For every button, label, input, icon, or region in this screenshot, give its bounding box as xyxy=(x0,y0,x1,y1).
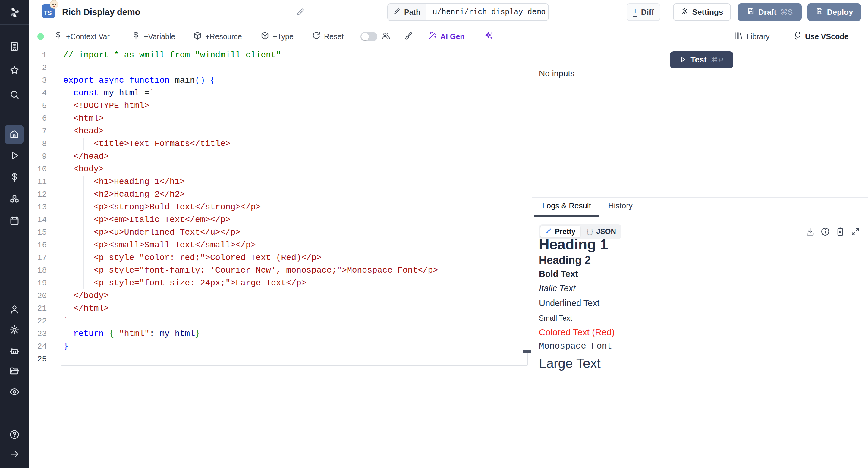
add-type-label: +Type xyxy=(273,32,293,41)
cat-icon xyxy=(793,31,802,42)
ai-gen-label: AI Gen xyxy=(440,32,465,41)
brush-icon xyxy=(404,31,413,42)
download-result-button[interactable] xyxy=(805,227,815,236)
dollar-icon xyxy=(9,172,20,184)
editor-gutter: 1234567891011121314151617181920212223242… xyxy=(29,49,47,365)
sidebar-item-home-active[interactable] xyxy=(4,125,24,144)
cubes-icon xyxy=(9,194,20,206)
sparkles-icon xyxy=(484,31,493,42)
add-variable-button[interactable]: +Variable xyxy=(131,24,175,49)
code-line: <p><strong>Bold Text</strong></p> xyxy=(63,201,438,213)
reset-button[interactable]: Reset xyxy=(312,24,344,49)
sidebar-item-schedules[interactable] xyxy=(0,215,29,228)
rail-divider-top xyxy=(0,24,29,25)
test-button[interactable]: Test ⌘↵ xyxy=(670,51,733,68)
code-line: <p><small>Small Text</small></p> xyxy=(63,239,438,252)
users-icon xyxy=(381,31,391,42)
result-toolbar xyxy=(805,227,860,236)
collaboration-toggle[interactable] xyxy=(361,32,377,41)
info-icon xyxy=(820,232,830,237)
line-number: 18 xyxy=(29,264,47,277)
pretty-label: Pretty xyxy=(555,227,575,236)
line-number: 7 xyxy=(29,125,47,138)
copy-result-button[interactable] xyxy=(835,227,845,236)
ai-gen-button[interactable]: AI Gen xyxy=(428,24,465,49)
wand-icon xyxy=(428,31,437,42)
gear-icon xyxy=(681,7,689,17)
tab-history[interactable]: History xyxy=(608,201,632,210)
code-line: <p style="font-family: 'Courier New', mo… xyxy=(63,264,438,277)
sidebar-item-resources[interactable] xyxy=(0,193,29,207)
save-draft-button[interactable]: Draft ⌘S xyxy=(738,3,802,21)
folder-icon xyxy=(9,365,20,378)
use-vscode-button[interactable]: Use VScode xyxy=(793,24,849,49)
settings-button[interactable]: Settings xyxy=(673,3,731,21)
sidebar-item-search[interactable] xyxy=(0,89,29,102)
code-line: </body> xyxy=(63,290,438,302)
use-vscode-label: Use VScode xyxy=(805,32,849,41)
tab-logs-and-result[interactable]: Logs & Result xyxy=(542,201,591,210)
calendar-icon xyxy=(9,215,20,227)
code-line: } xyxy=(63,340,438,353)
sidebar-item-folders[interactable] xyxy=(0,365,29,378)
sidebar-item-variables[interactable] xyxy=(0,172,29,185)
result-text-underline: Underlined Text xyxy=(539,297,840,309)
multiplayer-button[interactable] xyxy=(381,24,391,49)
baby-emoji-badge xyxy=(50,0,59,9)
result-text-red: Colored Text (Red) xyxy=(539,326,840,338)
path-label-section: Path xyxy=(388,4,427,20)
json-view-option[interactable]: {} JSON xyxy=(582,226,620,238)
expand-result-button[interactable] xyxy=(850,227,860,236)
deploy-button[interactable]: Deploy xyxy=(807,3,861,21)
result-text-bold: Bold Text xyxy=(539,268,840,280)
line-number: 13 xyxy=(29,201,47,213)
line-number: 2 xyxy=(29,61,47,74)
ai-assistant-button[interactable] xyxy=(484,24,493,49)
code-line: // import * as wmill from "windmill-clie… xyxy=(63,49,438,61)
diff-button[interactable]: ± Diff xyxy=(627,3,660,21)
no-inputs-text: No inputs xyxy=(539,69,575,79)
editor-scrollbar-thumb[interactable] xyxy=(523,350,531,353)
result-text-small: Small Text xyxy=(539,313,840,324)
arrow-right-icon xyxy=(9,449,20,461)
line-number: 8 xyxy=(29,138,47,150)
sidebar-item-settings[interactable] xyxy=(0,324,29,337)
plus-minus-diff-icon: ± xyxy=(633,7,638,17)
add-variable-label: +Variable xyxy=(144,32,175,41)
sidebar-item-apps[interactable] xyxy=(0,40,29,54)
search-icon xyxy=(9,89,20,101)
sidebar-item-favorites[interactable] xyxy=(0,64,29,78)
sidebar-item-runs[interactable] xyxy=(0,150,29,163)
add-type-button[interactable]: +Type xyxy=(260,24,293,49)
edit-title-button[interactable] xyxy=(296,7,305,17)
library-button[interactable]: Library xyxy=(734,24,770,49)
add-resource-button[interactable]: +Resource xyxy=(193,24,242,49)
result-text-italic: Italic Text xyxy=(539,282,840,294)
package-icon xyxy=(193,31,202,42)
diff-label: Diff xyxy=(641,7,654,17)
sidebar-item-help[interactable] xyxy=(0,429,29,442)
sidebar-item-workers[interactable] xyxy=(0,345,29,358)
format-code-button[interactable] xyxy=(404,24,413,49)
code-line: </html> xyxy=(63,302,438,315)
right-panel: Test ⌘↵ No inputs Logs & Result History … xyxy=(532,49,868,468)
page-title: Rich Display demo xyxy=(62,0,140,24)
code-editor[interactable]: 1234567891011121314151617181920212223242… xyxy=(29,49,532,468)
line-number: 11 xyxy=(29,175,47,188)
code-line xyxy=(63,61,438,74)
line-number: 22 xyxy=(29,315,47,327)
sidebar-item-account[interactable] xyxy=(0,303,29,317)
code-line: export async function main() { xyxy=(63,74,438,87)
script-path-field[interactable]: Path u/henri/rich_display_demo xyxy=(387,3,549,21)
line-number: 5 xyxy=(29,99,47,112)
code-line: <p style="font-size: 24px;">Large Text</… xyxy=(63,277,438,290)
building-icon xyxy=(9,41,20,53)
windmill-logo[interactable] xyxy=(0,4,29,21)
sidebar-item-collapse[interactable] xyxy=(0,448,29,461)
add-context-var-button[interactable]: +Context Var xyxy=(54,24,110,49)
package-icon xyxy=(260,31,270,42)
sidebar-item-audit[interactable] xyxy=(0,386,29,399)
result-info-button[interactable] xyxy=(820,227,830,236)
clipboard-icon xyxy=(835,232,845,237)
pretty-view-option[interactable]: Pretty xyxy=(540,226,581,238)
